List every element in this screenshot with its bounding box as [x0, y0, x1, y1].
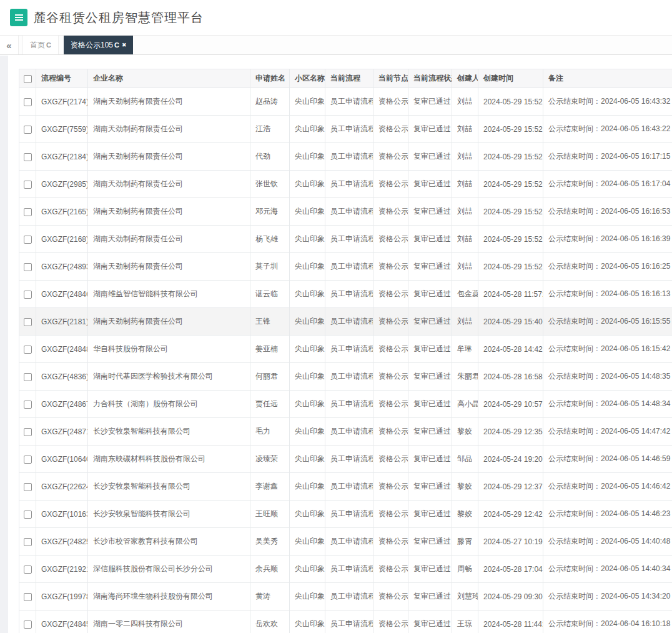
cell-remark: 公示结束时间：2024-06-05 14:48:35 [543, 363, 672, 391]
cell-process: 员工申请流程 [325, 528, 373, 556]
row-checkbox[interactable] [24, 208, 32, 216]
table-row[interactable]: GXGZF(24893) 湖南天劲制药有限责任公司 莫子圳 尖山印象 员工申请流… [19, 253, 672, 281]
table-row[interactable]: GXGZF(4836) 湖南时代基因医学检验技术有限公司 何丽君 尖山印象 员工… [19, 363, 672, 391]
cell-node: 资格公示 [373, 308, 408, 336]
row-checkbox[interactable] [24, 428, 32, 436]
table-row[interactable]: GXGZF(2174) 湖南天劲制药有限责任公司 赵品涛 尖山印象 员工申请流程… [19, 88, 672, 116]
row-checkbox[interactable] [24, 346, 32, 354]
cell-status: 复审已通过 [408, 583, 452, 611]
cell-creator: 王琼 [452, 611, 478, 633]
cell-flow-id: GXGZF(2184) [36, 143, 88, 171]
cell-node: 资格公示 [373, 171, 408, 198]
refresh-icon[interactable]: C [114, 41, 119, 49]
row-checkbox[interactable] [24, 181, 32, 189]
table-row[interactable]: GXGZF(24871) 长沙安牧泉智能科技有限公司 毛力 尖山印象 员工申请流… [19, 418, 672, 446]
cell-flow-id: GXGZF(2174) [36, 88, 88, 116]
cell-company: 湖南一零二四科技有限公司 [88, 611, 250, 633]
cell-status: 复审已通过 [408, 418, 452, 446]
cell-status: 复审已通过 [408, 501, 452, 528]
cell-community: 尖山印象 [290, 391, 325, 418]
cell-remark: 公示结束时间：2024-06-04 16:10:18 [543, 611, 672, 633]
select-all-checkbox[interactable] [24, 75, 32, 83]
cell-process: 员工申请流程 [325, 583, 373, 611]
table-row[interactable]: GXGZF(24825) 长沙市校管家教育科技有限公司 吴美秀 尖山印象 员工申… [19, 528, 672, 556]
table-row[interactable]: GXGZF(2184) 湖南天劲制药有限责任公司 代劲 尖山印象 员工申请流程 … [19, 143, 672, 171]
row-checkbox[interactable] [24, 593, 32, 601]
table-row[interactable]: GXGZF(7559) 湖南天劲制药有限责任公司 江浩 尖山印象 员工申请流程 … [19, 116, 672, 143]
table-row[interactable]: GXGZF(24848) 华自科技股份有限公司 姜亚楠 尖山印象 员工申请流程 … [19, 336, 672, 363]
collapsed-sidebar[interactable] [0, 56, 8, 633]
cell-company: 湖南天劲制药有限责任公司 [88, 308, 250, 336]
refresh-icon[interactable]: C [46, 41, 51, 49]
table-row[interactable]: GXGZF(10163) 长沙安牧泉智能科技有限公司 王旺顺 尖山印象 员工申请… [19, 501, 672, 528]
cell-process: 员工申请流程 [325, 198, 373, 226]
sidebar-toggle-button[interactable] [10, 9, 27, 26]
cell-community: 尖山印象 [290, 88, 325, 116]
cell-creator: 朱丽君 [452, 363, 478, 391]
cell-company: 湖南天劲制药有限责任公司 [88, 198, 250, 226]
cell-applicant: 吴美秀 [250, 528, 290, 556]
cell-flow-id: GXGZF(4836) [36, 363, 88, 391]
tab-qualification-publicity[interactable]: 资格公示105 C ✖ [64, 36, 134, 54]
cell-creator: 邹品 [452, 446, 478, 473]
row-checkbox[interactable] [24, 98, 32, 106]
cell-status: 复审已通过 [408, 391, 452, 418]
table-row[interactable]: GXGZF(19978) 湖南海尚环境生物科技股份有限公司 黄涛 尖山印象 员工… [19, 583, 672, 611]
cell-node: 资格公示 [373, 281, 408, 308]
cell-remark: 公示结束时间：2024-06-05 14:46:59 [543, 446, 672, 473]
row-checkbox[interactable] [24, 126, 32, 134]
cell-applicant: 张世钦 [250, 171, 290, 198]
row-checkbox[interactable] [24, 538, 32, 546]
row-checkbox[interactable] [24, 456, 32, 464]
row-checkbox[interactable] [24, 483, 32, 491]
table-row[interactable]: GXGZF(2985) 湖南天劲制药有限责任公司 张世钦 尖山印象 员工申请流程… [19, 171, 672, 198]
cell-creator: 刘喆 [452, 88, 478, 116]
table-row[interactable]: GXGZF(21921) 深信服科技股份有限公司长沙分公司 余兵顺 尖山印象 员… [19, 556, 672, 583]
row-checkbox[interactable] [24, 566, 32, 574]
cell-flow-id: GXGZF(24845) [36, 611, 88, 633]
cell-company: 湖南天劲制药有限责任公司 [88, 226, 250, 253]
row-checkbox[interactable] [24, 373, 32, 381]
cell-community: 尖山印象 [290, 281, 325, 308]
tabs-scroll-left-button[interactable]: « [0, 36, 19, 54]
row-checkbox[interactable] [24, 401, 32, 409]
cell-process: 员工申请流程 [325, 391, 373, 418]
row-checkbox[interactable] [24, 153, 32, 161]
table-row[interactable]: GXGZF(22624) 长沙安牧泉智能科技有限公司 李谢鑫 尖山印象 员工申请… [19, 473, 672, 501]
cell-status: 复审已通过 [408, 171, 452, 198]
cell-node: 资格公示 [373, 198, 408, 226]
cell-community: 尖山印象 [290, 556, 325, 583]
col-header-applicant: 申请姓名 [250, 69, 290, 88]
table-row[interactable]: GXGZF(10640) 湖南东映碳材料科技股份有限公司 凌臻荣 尖山印象 员工… [19, 446, 672, 473]
row-checkbox[interactable] [24, 511, 32, 519]
row-checkbox[interactable] [24, 263, 32, 271]
table-row[interactable]: GXGZF(2168) 湖南天劲制药有限责任公司 杨飞雄 尖山印象 员工申请流程… [19, 226, 672, 253]
cell-applicant: 黄涛 [250, 583, 290, 611]
table-row[interactable]: GXGZF(24845) 湖南一零二四科技有限公司 岳欢欢 尖山印象 员工申请流… [19, 611, 672, 633]
table-row[interactable]: GXGZF(2165) 湖南天劲制药有限责任公司 邓元海 尖山印象 员工申请流程… [19, 198, 672, 226]
table-row[interactable]: GXGZF(2181) 湖南天劲制药有限责任公司 王锋 尖山印象 员工申请流程 … [19, 308, 672, 336]
cell-flow-id: GXGZF(7559) [36, 116, 88, 143]
close-icon[interactable]: ✖ [122, 42, 127, 48]
cell-remark: 公示结束时间：2024-06-05 14:34:20 [543, 583, 672, 611]
cell-applicant: 代劲 [250, 143, 290, 171]
tab-home[interactable]: 首页 C [22, 36, 59, 54]
cell-created-time: 2024-05-28 11:44:25 [478, 611, 543, 633]
row-checkbox[interactable] [24, 236, 32, 244]
row-checkbox[interactable] [24, 291, 32, 299]
table-row[interactable]: GXGZF(24846) 湖南维益智信智能科技有限公司 谌云临 尖山印象 员工申… [19, 281, 672, 308]
row-checkbox[interactable] [24, 621, 32, 629]
row-checkbox[interactable] [24, 318, 32, 326]
cell-community: 尖山印象 [290, 171, 325, 198]
cell-flow-id: GXGZF(2181) [36, 308, 88, 336]
cell-status: 复审已通过 [408, 336, 452, 363]
cell-flow-id: GXGZF(22624) [36, 473, 88, 501]
cell-creator: 刘喆 [452, 171, 478, 198]
table-row[interactable]: GXGZF(24867) 力合科技（湖南）股份有限公司 贾任远 尖山印象 员工申… [19, 391, 672, 418]
cell-creator: 包金蕊 [452, 281, 478, 308]
cell-created-time: 2024-05-29 15:40:25 [478, 308, 543, 336]
cell-process: 员工申请流程 [325, 501, 373, 528]
cell-flow-id: GXGZF(2168) [36, 226, 88, 253]
cell-community: 尖山印象 [290, 611, 325, 633]
cell-created-time: 2024-05-29 15:52:32 [478, 253, 543, 281]
